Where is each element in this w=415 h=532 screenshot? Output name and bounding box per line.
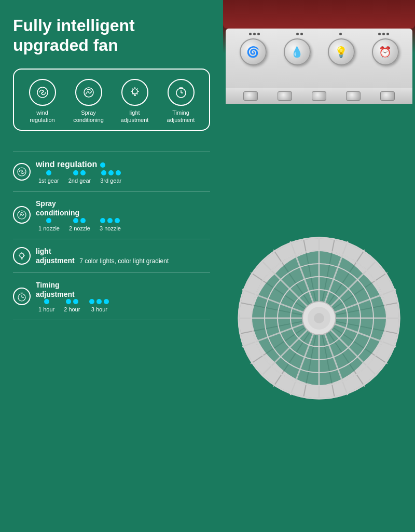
- title-line1: Fully intelligent: [13, 16, 135, 35]
- grille-bg: [226, 104, 412, 532]
- spec-spray-row: Sprayconditioning 1 nozzle 2 nozzle 3 no…: [13, 192, 210, 239]
- feature-light: lightadjustment: [114, 79, 156, 124]
- timing-spec-details: 1 hour 2 hour 3 hour: [38, 299, 210, 312]
- spec-wind-row: wind regulation 1st gear 2nd gear 3rd ge…: [13, 152, 210, 192]
- timing-3hr: 3 hour: [89, 299, 109, 312]
- top-strip: [223, 0, 415, 29]
- svg-point-2: [132, 89, 137, 94]
- spec-timing-row: Timingadjustment 1 hour 2 hour 3 hour: [13, 273, 210, 320]
- timing-label: Timingadjustment: [167, 109, 195, 124]
- wind-1st: 1st gear: [38, 170, 59, 184]
- knob-spray[interactable]: 💧: [284, 38, 311, 65]
- svg-line-10: [132, 93, 133, 94]
- spec-light-row: lightadjustment 7 color lights, color li…: [13, 239, 210, 273]
- spec-spray-icon: [13, 206, 31, 224]
- svg-point-19: [20, 253, 24, 257]
- wind-spec-details: 1st gear 2nd gear 3rd gear: [38, 170, 210, 184]
- knob-timing[interactable]: ⏰: [372, 38, 399, 65]
- svg-line-7: [132, 88, 133, 89]
- fan-image: 🌀 💧 💡 ⏰: [223, 0, 415, 532]
- timing-1hr: 1 hour: [38, 299, 54, 312]
- page-title: Fully intelligent upgraded fan: [13, 16, 210, 56]
- knob-light[interactable]: 💡: [328, 38, 355, 65]
- wind-2nd: 2nd gear: [68, 170, 91, 184]
- strip-knob-2: [278, 91, 292, 101]
- wind-3rd: 3rd gear: [100, 170, 121, 184]
- spec-wind-icon: [13, 163, 31, 181]
- control-panel: 🌀 💧 💡 ⏰: [226, 29, 412, 88]
- timing-spec-name: Timingadjustment: [36, 281, 75, 298]
- light-label: lightadjustment: [121, 109, 149, 124]
- feature-timing: Timingadjustment: [160, 79, 202, 124]
- timing-icon: [168, 79, 195, 106]
- spray-3: 3 nozzle: [100, 218, 121, 231]
- indicator-dots-row: [231, 33, 407, 35]
- svg-line-8: [137, 93, 138, 94]
- feature-wind: windregulation: [22, 79, 63, 124]
- strip-knob-1: [243, 91, 258, 101]
- fan-grille-svg: [236, 235, 402, 401]
- title-line2: upgraded fan: [13, 36, 118, 54]
- spec-timing-icon: [13, 288, 31, 305]
- light-spec-name: lightadjustment: [36, 247, 75, 265]
- control-strip: [226, 88, 412, 104]
- light-spec-text: 7 color lights, color light gradient: [79, 257, 169, 265]
- right-panel: 🌀 💧 💡 ⏰: [223, 0, 415, 532]
- svg-point-75: [314, 313, 324, 323]
- knob-wind[interactable]: 🌀: [240, 38, 267, 65]
- grille-section: [226, 88, 412, 532]
- dots-group-4: [378, 33, 389, 35]
- timing-2hr: 2 hour: [64, 299, 80, 312]
- strip-knob-4: [346, 91, 361, 101]
- spray-1: 1 nozzle: [38, 218, 60, 231]
- dots-group-3: [339, 33, 342, 35]
- features-box: windregulation Sprayconditioning: [13, 69, 210, 131]
- strip-knob-5: [380, 91, 395, 101]
- light-icon: [121, 79, 148, 106]
- spray-spec-name: Sprayconditioning: [36, 199, 79, 217]
- dots-group-1: [249, 33, 260, 35]
- left-panel: Fully intelligent upgraded fan windregul…: [0, 0, 223, 532]
- specs-section: wind regulation 1st gear 2nd gear 3rd ge…: [13, 152, 210, 320]
- spray-icon: [75, 79, 102, 106]
- wind-icon: [29, 79, 56, 106]
- knobs-row: 🌀 💧 💡 ⏰: [231, 38, 407, 65]
- svg-line-9: [137, 88, 138, 89]
- spray-label: Sprayconditioning: [73, 109, 104, 124]
- wind-spec-name: wind regulation: [36, 159, 97, 170]
- feature-spray: Sprayconditioning: [68, 79, 109, 124]
- spec-light-icon: [13, 247, 31, 265]
- wind-label: windregulation: [30, 109, 54, 124]
- dots-group-2: [296, 33, 303, 35]
- strip-knob-3: [312, 91, 326, 101]
- spray-2: 2 nozzle: [69, 218, 90, 231]
- spray-spec-details: 1 nozzle 2 nozzle 3 nozzle: [38, 218, 210, 231]
